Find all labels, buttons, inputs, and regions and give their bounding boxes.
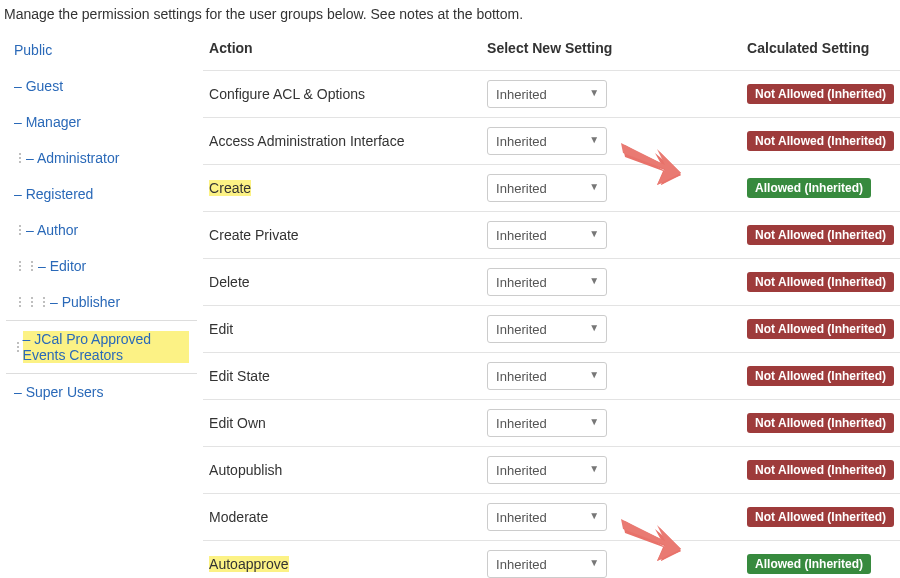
permission-select-wrap: Inherited bbox=[487, 550, 607, 578]
permission-action-label: Edit bbox=[209, 321, 233, 337]
usergroup-item[interactable]: – Publisher bbox=[6, 284, 197, 320]
tree-indent-icon bbox=[14, 225, 26, 235]
permission-setting-cell: Inherited bbox=[487, 221, 687, 249]
permission-select-wrap: Inherited bbox=[487, 409, 607, 437]
status-badge-not-allowed: Not Allowed (Inherited) bbox=[747, 319, 894, 339]
permission-select-wrap: Inherited bbox=[487, 362, 607, 390]
permission-select[interactable]: Inherited bbox=[487, 409, 607, 437]
permission-action-cell: Edit Own bbox=[209, 415, 487, 431]
permission-action-label: Configure ACL & Options bbox=[209, 86, 365, 102]
usergroup-label: – Registered bbox=[14, 186, 93, 202]
header-calc: Calculated Setting bbox=[687, 40, 894, 56]
permission-row: Create PrivateInheritedNot Allowed (Inhe… bbox=[203, 211, 900, 258]
permission-row: AutopublishInheritedNot Allowed (Inherit… bbox=[203, 446, 900, 493]
usergroup-item[interactable]: – Editor bbox=[6, 248, 197, 284]
status-badge-not-allowed: Not Allowed (Inherited) bbox=[747, 84, 894, 104]
permission-calculated-cell: Not Allowed (Inherited) bbox=[687, 84, 894, 104]
usergroup-label: – Manager bbox=[14, 114, 81, 130]
tree-indent-icon bbox=[14, 261, 26, 271]
permission-row: CreateInheritedAllowed (Inherited) bbox=[203, 164, 900, 211]
status-badge-not-allowed: Not Allowed (Inherited) bbox=[747, 272, 894, 292]
permission-setting-cell: Inherited bbox=[487, 503, 687, 531]
permission-select[interactable]: Inherited bbox=[487, 221, 607, 249]
permission-action-cell: Autoapprove bbox=[209, 556, 487, 572]
permission-calculated-cell: Allowed (Inherited) bbox=[687, 554, 894, 574]
permission-row: AutoapproveInheritedAllowed (Inherited) bbox=[203, 540, 900, 578]
status-badge-not-allowed: Not Allowed (Inherited) bbox=[747, 460, 894, 480]
usergroup-item[interactable]: – JCal Pro Approved Events Creators bbox=[6, 320, 197, 374]
permission-select[interactable]: Inherited bbox=[487, 127, 607, 155]
permission-select[interactable]: Inherited bbox=[487, 268, 607, 296]
permission-calculated-cell: Not Allowed (Inherited) bbox=[687, 225, 894, 245]
permission-calculated-cell: Not Allowed (Inherited) bbox=[687, 272, 894, 292]
tree-indent-icon bbox=[14, 297, 26, 307]
permission-action-cell: Create bbox=[209, 180, 487, 196]
permission-action-label: Create bbox=[209, 180, 251, 196]
permission-action-cell: Moderate bbox=[209, 509, 487, 525]
permission-action-cell: Autopublish bbox=[209, 462, 487, 478]
permission-row: ModerateInheritedNot Allowed (Inherited) bbox=[203, 493, 900, 540]
permission-select[interactable]: Inherited bbox=[487, 80, 607, 108]
status-badge-not-allowed: Not Allowed (Inherited) bbox=[747, 366, 894, 386]
permission-setting-cell: Inherited bbox=[487, 80, 687, 108]
permissions-table: Action Select New Setting Calculated Set… bbox=[203, 32, 900, 578]
permission-select[interactable]: Inherited bbox=[487, 456, 607, 484]
header-setting: Select New Setting bbox=[487, 40, 687, 56]
usergroup-item[interactable]: – Author bbox=[6, 212, 197, 248]
permission-select[interactable]: Inherited bbox=[487, 503, 607, 531]
tree-indent-icon bbox=[14, 342, 23, 352]
permission-action-label: Moderate bbox=[209, 509, 268, 525]
tree-indent-icon bbox=[26, 261, 38, 271]
permission-select-wrap: Inherited bbox=[487, 127, 607, 155]
permission-action-cell: Edit bbox=[209, 321, 487, 337]
permission-select[interactable]: Inherited bbox=[487, 174, 607, 202]
status-badge-allowed: Allowed (Inherited) bbox=[747, 178, 871, 198]
usergroup-item[interactable]: – Guest bbox=[6, 68, 197, 104]
permission-action-cell: Configure ACL & Options bbox=[209, 86, 487, 102]
permission-calculated-cell: Not Allowed (Inherited) bbox=[687, 131, 894, 151]
permission-action-cell: Edit State bbox=[209, 368, 487, 384]
permission-action-label: Autopublish bbox=[209, 462, 282, 478]
permission-setting-cell: Inherited bbox=[487, 550, 687, 578]
permission-row: Configure ACL & OptionsInheritedNot Allo… bbox=[203, 70, 900, 117]
permission-select[interactable]: Inherited bbox=[487, 315, 607, 343]
permission-calculated-cell: Not Allowed (Inherited) bbox=[687, 366, 894, 386]
permission-row: Access Administration InterfaceInherited… bbox=[203, 117, 900, 164]
permission-calculated-cell: Not Allowed (Inherited) bbox=[687, 319, 894, 339]
permission-setting-cell: Inherited bbox=[487, 456, 687, 484]
permission-action-label: Delete bbox=[209, 274, 249, 290]
tree-indent-icon bbox=[26, 297, 38, 307]
permission-setting-cell: Inherited bbox=[487, 315, 687, 343]
permission-select-wrap: Inherited bbox=[487, 221, 607, 249]
usergroup-label: Public bbox=[14, 42, 52, 58]
usergroup-label: – Publisher bbox=[50, 294, 120, 310]
usergroup-label: – Guest bbox=[14, 78, 63, 94]
permission-select[interactable]: Inherited bbox=[487, 550, 607, 578]
permission-action-cell: Access Administration Interface bbox=[209, 133, 487, 149]
permission-select-wrap: Inherited bbox=[487, 315, 607, 343]
permission-action-label: Edit Own bbox=[209, 415, 266, 431]
usergroup-item[interactable]: – Administrator bbox=[6, 140, 197, 176]
usergroup-item[interactable]: – Super Users bbox=[6, 374, 197, 410]
status-badge-not-allowed: Not Allowed (Inherited) bbox=[747, 507, 894, 527]
permissions-table-header: Action Select New Setting Calculated Set… bbox=[203, 32, 900, 70]
usergroup-item[interactable]: Public bbox=[6, 32, 197, 68]
permission-calculated-cell: Not Allowed (Inherited) bbox=[687, 460, 894, 480]
permission-calculated-cell: Allowed (Inherited) bbox=[687, 178, 894, 198]
usergroup-label: – Author bbox=[26, 222, 78, 238]
permission-action-cell: Delete bbox=[209, 274, 487, 290]
permission-action-label: Create Private bbox=[209, 227, 298, 243]
permission-calculated-cell: Not Allowed (Inherited) bbox=[687, 507, 894, 527]
permission-select-wrap: Inherited bbox=[487, 456, 607, 484]
usergroup-item[interactable]: – Manager bbox=[6, 104, 197, 140]
permission-select[interactable]: Inherited bbox=[487, 362, 607, 390]
status-badge-not-allowed: Not Allowed (Inherited) bbox=[747, 413, 894, 433]
permission-action-label: Access Administration Interface bbox=[209, 133, 404, 149]
usergroup-item[interactable]: – Registered bbox=[6, 176, 197, 212]
header-action: Action bbox=[209, 40, 487, 56]
permission-setting-cell: Inherited bbox=[487, 362, 687, 390]
usergroup-label: – JCal Pro Approved Events Creators bbox=[23, 331, 190, 363]
status-badge-allowed: Allowed (Inherited) bbox=[747, 554, 871, 574]
usergroup-tree: Public– Guest– Manager– Administrator– R… bbox=[0, 32, 203, 410]
status-badge-not-allowed: Not Allowed (Inherited) bbox=[747, 225, 894, 245]
